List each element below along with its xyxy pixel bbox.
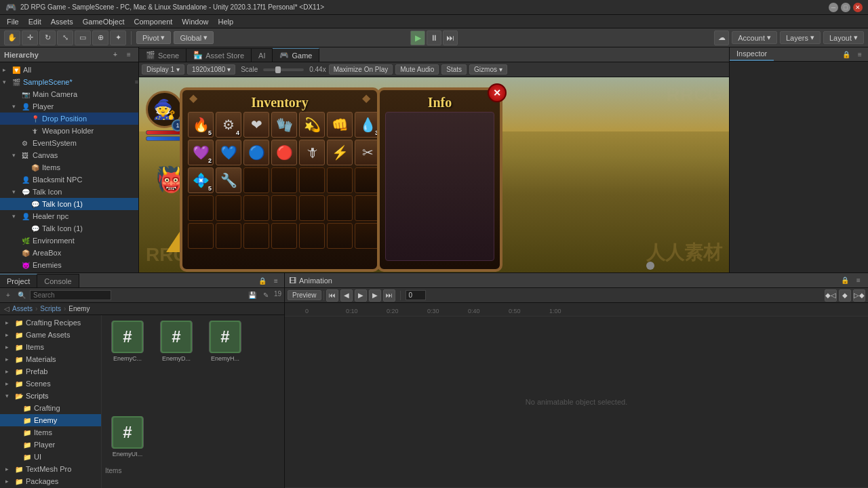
account-dropdown[interactable]: Account ▾: [732, 31, 777, 44]
pivot-toggle[interactable]: Pivot ▾: [136, 31, 171, 44]
sidebar-enemy[interactable]: 📁 Enemy: [0, 414, 101, 426]
inv-cell-8[interactable]: 💙: [216, 140, 241, 165]
inv-cell-24[interactable]: [271, 195, 297, 221]
menu-gameobject[interactable]: GameObject: [79, 16, 129, 27]
pause-button[interactable]: ⏸: [427, 30, 441, 45]
inv-cell-2[interactable]: ❤: [243, 112, 269, 138]
inventory-grid[interactable]: 🔥5 ⚙4 ❤ 🧤 💫 👊 💧3 💜2 💙 🔵: [188, 112, 372, 249]
sidebar-prefab[interactable]: ▸ 📁 Prefab: [0, 365, 101, 378]
anim-keyframe-add[interactable]: ◆: [839, 289, 851, 302]
menu-edit[interactable]: Edit: [24, 16, 45, 27]
tree-item-items[interactable]: 📦 Items: [0, 161, 138, 174]
inv-cell-0[interactable]: 🔥5: [188, 112, 214, 138]
menu-component[interactable]: Component: [130, 16, 176, 27]
close-btn[interactable]: ✕: [853, 3, 863, 12]
anim-keyframe-prev[interactable]: ◆◁: [825, 289, 837, 302]
anim-menu-btn[interactable]: ≡: [853, 275, 864, 286]
inv-cell-18[interactable]: [299, 167, 325, 193]
display-dropdown[interactable]: Display 1 ▾: [142, 64, 184, 75]
inv-cell-28[interactable]: [188, 223, 214, 249]
preview-btn[interactable]: Preview: [288, 290, 321, 300]
tree-item-main-camera[interactable]: 📷 Main Camera: [0, 88, 138, 100]
tree-item-areabox[interactable]: 📦 AreaBox: [0, 247, 138, 259]
inv-cell-17[interactable]: [271, 167, 297, 193]
menu-assets[interactable]: Assets: [47, 16, 77, 27]
sidebar-crafting[interactable]: 📁 Crafting: [0, 402, 101, 414]
file-enemyui[interactable]: # EnemyUI...: [107, 416, 148, 458]
anim-keyframe-next[interactable]: ▷◆: [853, 289, 865, 302]
tree-item-environment[interactable]: 🌿 Environment: [0, 235, 138, 247]
mute-audio[interactable]: Mute Audio: [395, 64, 439, 75]
inv-cell-16[interactable]: [243, 167, 269, 193]
tree-item-all[interactable]: ▸ 🔽 All: [0, 64, 138, 76]
sidebar-scripts[interactable]: ▾ 📂 Scripts: [0, 390, 101, 402]
file-enemyh[interactable]: # EnemyH...: [205, 321, 245, 362]
hierarchy-add-btn[interactable]: +: [110, 49, 121, 60]
tree-item-drop-position[interactable]: 📍 Drop Position: [0, 113, 138, 125]
inv-cell-5[interactable]: 👊: [327, 112, 353, 138]
tree-item-eventsystem[interactable]: ⚙ EventSystem: [0, 137, 138, 149]
project-lock-btn[interactable]: 🔒: [257, 275, 268, 286]
layers-dropdown[interactable]: Layers ▾: [780, 31, 821, 44]
tree-item-canvas[interactable]: ▾ 🖼 Canvas: [0, 149, 138, 161]
sidebar-scenes[interactable]: ▸ 📁 Scenes: [0, 378, 101, 390]
inv-cell-30[interactable]: [243, 223, 269, 249]
rect-tool[interactable]: ▭: [75, 30, 91, 45]
game-viewport[interactable]: 人人素材 RRCG RRCG 人人素材 人人素材 🧙: [139, 77, 729, 272]
inv-cell-4[interactable]: 💫: [299, 112, 325, 138]
tab-game[interactable]: 🎮 Game: [273, 48, 319, 62]
tree-item-samplescene[interactable]: ▾ 🎬 SampleScene* ≡: [0, 76, 138, 88]
tab-console[interactable]: Console: [37, 274, 79, 287]
bc-assets[interactable]: Assets: [12, 305, 33, 312]
tree-item-weapon-holder[interactable]: 🗡 Weapon Holder: [0, 125, 138, 137]
inv-cell-21[interactable]: [188, 195, 214, 221]
inv-cell-22[interactable]: [216, 195, 241, 221]
inv-cell-31[interactable]: [271, 223, 297, 249]
inv-cell-3[interactable]: 🧤: [271, 112, 297, 138]
anim-play-btn[interactable]: ▶: [355, 289, 367, 302]
inv-cell-32[interactable]: [299, 223, 325, 249]
layout-dropdown[interactable]: Layout ▾: [823, 31, 864, 44]
tree-item-enemies[interactable]: 👿 Enemies: [0, 259, 138, 271]
maximize-btn[interactable]: □: [841, 3, 850, 12]
sidebar-items-sub[interactable]: 📁 Items: [0, 426, 101, 439]
inv-cell-11[interactable]: 🗡: [299, 140, 325, 165]
inv-cell-14[interactable]: 💠5: [188, 167, 214, 193]
tree-item-talk-icon[interactable]: ▾ 💬 Talk Icon: [0, 186, 138, 198]
file-enemyc[interactable]: # EnemyC...: [107, 321, 148, 362]
global-toggle[interactable]: Global ▾: [174, 31, 214, 44]
anim-fastforward-btn[interactable]: ⏭: [383, 289, 395, 302]
step-button[interactable]: ⏭: [443, 30, 458, 45]
inv-cell-15[interactable]: 🔧: [216, 167, 241, 193]
anim-next-frame-btn[interactable]: ▶: [369, 289, 381, 302]
inspector-menu-btn[interactable]: ≡: [854, 49, 865, 60]
tree-item-player[interactable]: ▾ 👤 Player: [0, 100, 138, 113]
stats-btn[interactable]: Stats: [441, 64, 467, 75]
bc-scripts[interactable]: Scripts: [40, 305, 61, 312]
close-inventory-btn[interactable]: ✕: [488, 83, 507, 102]
tab-project[interactable]: Project: [0, 274, 37, 287]
menu-file[interactable]: File: [3, 16, 23, 27]
maximize-on-play[interactable]: Maximize On Play: [329, 64, 393, 75]
inv-cell-9[interactable]: 🔵: [243, 140, 269, 165]
play-button[interactable]: ▶: [410, 30, 425, 45]
move-tool[interactable]: ✛: [22, 30, 38, 45]
resolution-dropdown[interactable]: 1920x1080 ▾: [187, 64, 235, 75]
custom-tool[interactable]: ✦: [110, 30, 126, 45]
transform-tool[interactable]: ⊕: [92, 30, 108, 45]
scale-slider[interactable]: [263, 68, 304, 71]
menu-window[interactable]: Window: [178, 16, 212, 27]
tree-item-healer-talk-icon[interactable]: 💬 Talk Icon (1): [0, 222, 138, 235]
sidebar-player[interactable]: 📁 Player: [0, 439, 101, 451]
inv-cell-23[interactable]: [243, 195, 269, 221]
minimize-btn[interactable]: ─: [829, 3, 838, 12]
rotate-tool[interactable]: ↻: [39, 30, 56, 45]
scale-tool[interactable]: ⤡: [57, 30, 73, 45]
sidebar-materials[interactable]: ▸ 📁 Materials: [0, 353, 101, 365]
project-expand-btn[interactable]: ✎: [260, 290, 271, 301]
sidebar-ui[interactable]: 📁 UI: [0, 451, 101, 463]
sidebar-items[interactable]: ▸ 📁 Items: [0, 341, 101, 353]
sidebar-crafting-recipes[interactable]: ▸ 📁 Crafting Recipes: [0, 317, 101, 329]
tab-asset-store[interactable]: 🏪 Asset Store: [186, 48, 252, 62]
inspector-lock-btn[interactable]: 🔒: [841, 49, 852, 60]
